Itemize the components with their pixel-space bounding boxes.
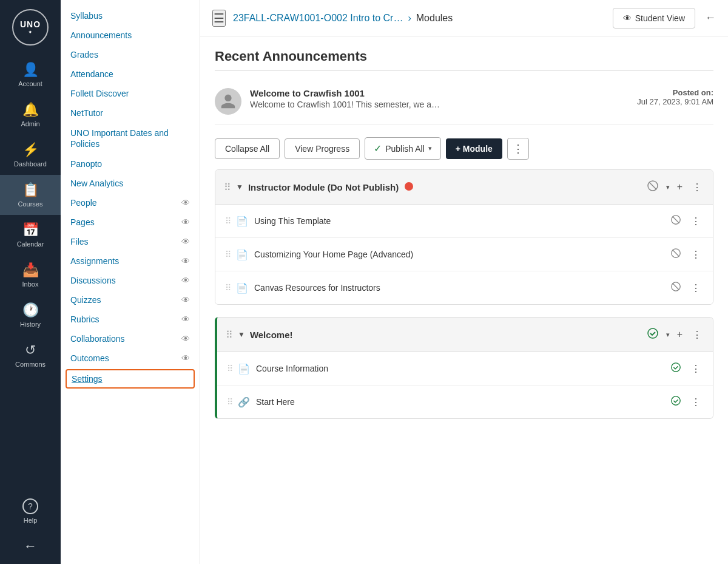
item-start-here-publish-btn[interactable] [668,393,684,411]
nav-account-label: Account [18,80,42,87]
course-nav-attendance[interactable]: Attendance [61,64,200,84]
module-welcome-drag-handle[interactable]: ⠿ [226,329,233,341]
collapse-nav-button[interactable]: ← [705,12,716,24]
module-toolbar-kebab[interactable]: ⋮ [507,138,529,160]
course-nav-panopto[interactable]: Panopto [61,154,200,174]
course-nav-discussions[interactable]: Discussions 👁 [61,271,200,290]
course-nav-follett[interactable]: Follett Discover [61,84,200,103]
svg-point-9 [672,363,680,372]
course-nav-syllabus[interactable]: Syllabus [61,6,200,25]
pages-visibility-icon[interactable]: 👁 [181,217,190,227]
module-welcome-add-btn[interactable]: + [675,327,685,342]
nav-inbox[interactable]: 📥 Inbox [0,255,61,295]
course-nav: Syllabus Announcements Grades Attendance… [61,0,200,564]
breadcrumb-current: Modules [416,13,453,24]
nav-commons[interactable]: ↺ Commons [0,335,61,375]
item-using-template-kebab[interactable]: ⋮ [689,213,703,229]
course-nav-assignments[interactable]: Assignments 👁 [61,251,200,271]
nav-collapse[interactable]: ← [0,531,61,564]
item-drag-handle[interactable]: ⠿ [227,364,233,373]
collaborations-visibility-icon[interactable]: 👁 [181,334,190,344]
breadcrumb-course-link[interactable]: 23FALL-CRAW1001-O002 Intro to Cr… [233,13,403,24]
module-instructor-title: Instructor Module (Do Not Publish) [248,182,644,192]
item-drag-handle[interactable]: ⠿ [225,216,231,226]
course-nav-announcements[interactable]: Announcements [61,25,200,45]
item-course-info-kebab[interactable]: ⋮ [689,361,703,377]
student-view-button[interactable]: 👁 Student View [613,8,695,29]
course-nav-syllabus-label: Syllabus [70,11,103,21]
nav-dashboard[interactable]: ⚡ Dashboard [0,135,61,175]
module-item-canvas-resources: ⠿ 📄 Canvas Resources for Instructors ⋮ [215,271,713,304]
add-module-button[interactable]: + Module [446,138,502,159]
hamburger-menu[interactable]: ☰ [212,10,226,27]
nav-help[interactable]: ? Help [0,491,61,531]
course-nav-quizzes[interactable]: Quizzes 👁 [61,290,200,310]
quizzes-visibility-icon[interactable]: 👁 [181,295,190,305]
module-instructor-kebab-btn[interactable]: ⋮ [690,179,704,195]
announcement-date: Posted on: Jul 27, 2023, 9:01 AM [637,88,713,106]
item-canvas-resources-publish-btn[interactable] [668,279,684,297]
module-item-using-template: ⠿ 📄 Using This Template ⋮ [215,205,713,238]
module-instructor-drag-handle[interactable]: ⠿ [224,182,231,193]
course-nav-collaborations[interactable]: Collaborations 👁 [61,329,200,348]
top-bar: ☰ 23FALL-CRAW1001-O002 Intro to Cr… › Mo… [200,0,728,36]
logo[interactable]: UNO ✦ [0,0,61,55]
item-customizing-publish-btn[interactable] [668,245,684,263]
people-visibility-icon[interactable]: 👁 [181,198,190,208]
user-avatar-icon [220,93,237,110]
outcomes-visibility-icon[interactable]: 👁 [181,353,190,363]
course-nav-discussions-label: Discussions [70,276,116,285]
module-welcome-kebab-btn[interactable]: ⋮ [690,327,704,343]
assignments-visibility-icon[interactable]: 👁 [181,256,190,266]
item-course-info-title: Course Information [256,364,668,373]
nav-admin[interactable]: 🔔 Admin [0,95,61,135]
item-customizing-kebab[interactable]: ⋮ [689,246,703,263]
module-welcome-publish-btn[interactable] [644,325,661,344]
files-visibility-icon[interactable]: 👁 [181,237,190,246]
nav-courses[interactable]: 📋 Courses [0,175,61,215]
item-drag-handle[interactable]: ⠿ [225,250,231,259]
module-instructor-toggle[interactable]: ▼ [236,183,243,191]
course-nav-settings[interactable]: Settings [66,369,195,389]
publish-all-button[interactable]: ✓ Publish All ▾ [365,137,441,160]
announcement-item: Welcome to Crawfish 1001 Welcome to Craw… [215,78,713,125]
nav-account[interactable]: 👤 Account [0,55,61,95]
item-course-info-publish-btn[interactable] [668,359,684,378]
nav-bottom: ? Help ← [0,491,61,564]
rubrics-visibility-icon[interactable]: 👁 [181,314,190,324]
discussions-visibility-icon[interactable]: 👁 [181,276,190,285]
item-green-check-icon [670,362,681,373]
item-course-info-actions: ⋮ [668,359,703,378]
course-nav-people[interactable]: People 👁 [61,193,200,212]
inbox-icon: 📥 [22,262,39,278]
module-instructor-publish-btn[interactable] [644,177,661,197]
course-nav-files[interactable]: Files 👁 [61,232,200,251]
module-welcome-toggle[interactable]: ▼ [238,330,245,339]
collapse-all-button[interactable]: Collapse All [215,138,280,159]
item-canvas-resources-actions: ⋮ [668,279,703,297]
nav-calendar[interactable]: 📅 Calendar [0,215,61,255]
nav-dashboard-label: Dashboard [14,160,47,168]
view-progress-button[interactable]: View Progress [285,138,360,159]
course-nav-outcomes[interactable]: Outcomes 👁 [61,348,200,368]
item-green-check-icon-2 [670,395,681,406]
item-drag-handle[interactable]: ⠿ [225,283,231,293]
item-using-template-actions: ⋮ [668,212,703,230]
posted-on-date: Jul 27, 2023, 9:01 AM [637,97,713,106]
course-nav-pages-label: Pages [70,217,95,227]
course-nav-nettutor[interactable]: NetTutor [61,103,200,123]
breadcrumb-separator: › [408,13,411,24]
announcement-item-preview: Welcome to Crawfish 1001! This semester,… [250,100,629,109]
item-canvas-resources-kebab[interactable]: ⋮ [689,280,703,296]
module-instructor-add-btn[interactable]: + [675,179,685,195]
course-nav-uno-dates[interactable]: UNO Important Dates and Policies [61,123,200,154]
course-nav-new-analytics[interactable]: New Analytics [61,174,200,193]
nav-history[interactable]: 🕐 History [0,295,61,335]
item-using-template-publish-btn[interactable] [668,212,684,230]
item-start-here-kebab[interactable]: ⋮ [689,394,703,410]
course-nav-rubrics[interactable]: Rubrics 👁 [61,310,200,329]
course-nav-grades[interactable]: Grades [61,45,200,64]
item-drag-handle[interactable]: ⠿ [227,397,233,407]
publish-all-dropdown-icon: ▾ [428,144,432,152]
course-nav-pages[interactable]: Pages 👁 [61,212,200,232]
